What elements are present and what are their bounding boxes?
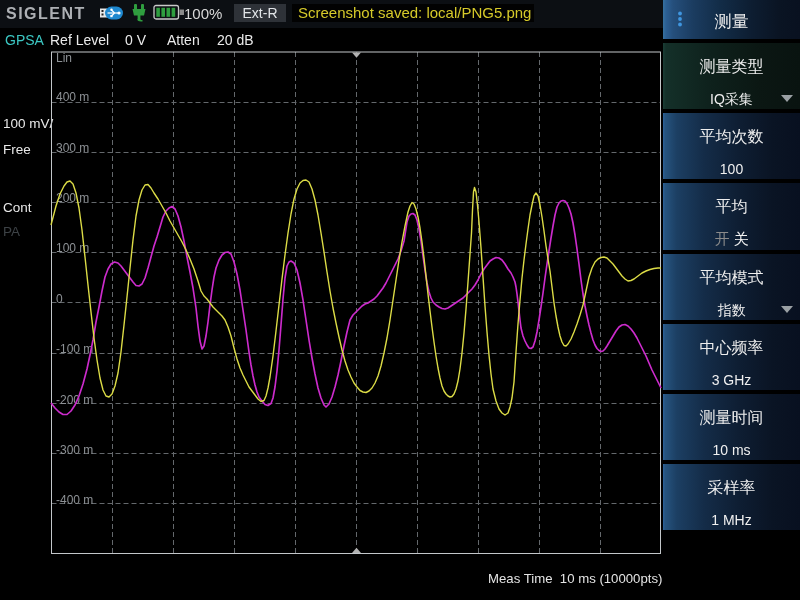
svg-text:Lin: Lin xyxy=(56,51,72,65)
svg-text:-300 m: -300 m xyxy=(56,443,93,457)
svg-text:-400 m: -400 m xyxy=(56,493,93,507)
svg-text:-100 m: -100 m xyxy=(56,342,93,356)
svg-text:400 m: 400 m xyxy=(56,90,89,104)
svg-text:0: 0 xyxy=(56,292,63,306)
svg-text:300 m: 300 m xyxy=(56,141,89,155)
